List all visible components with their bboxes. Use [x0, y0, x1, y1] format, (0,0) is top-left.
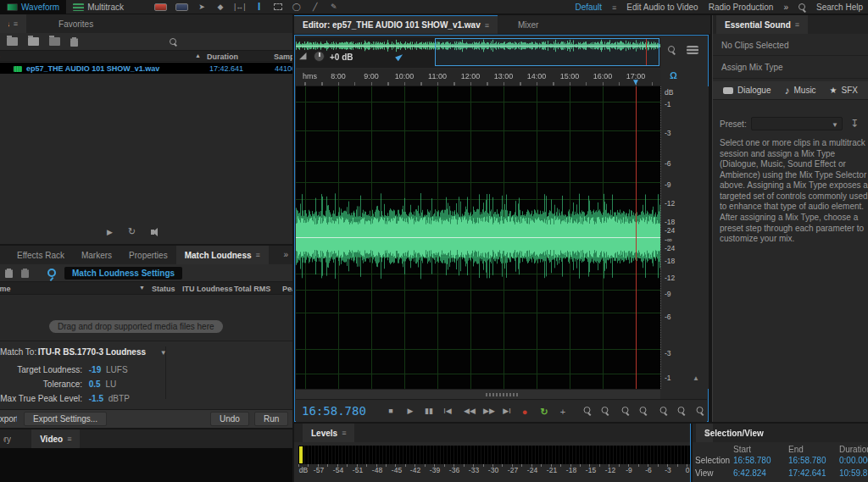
tab-mixer[interactable]: Mixer [509, 15, 547, 34]
workspace-overflow[interactable]: » [783, 3, 788, 12]
preview-speaker-icon[interactable] [151, 230, 154, 235]
paintbrush-selection-tool-icon[interactable]: ╱ [310, 3, 320, 11]
col-duration[interactable]: Duration [207, 53, 238, 61]
tab-markers[interactable]: Markers [73, 246, 120, 264]
target-loudness-value[interactable]: -19 [89, 365, 101, 374]
sort-asc-icon[interactable]: ▲ [195, 53, 201, 58]
selection-view-menu-icon[interactable]: ≡ [704, 429, 709, 437]
waveform-display[interactable] [296, 86, 660, 389]
tab-selection-view[interactable]: Selection/View ≡ [696, 424, 713, 442]
mix-type-sfx[interactable]: ★ SFX [825, 81, 863, 100]
selection-end[interactable]: 16:58.780 [788, 456, 826, 465]
gain-knob[interactable] [314, 51, 325, 62]
preview-play-button[interactable]: ▶ [107, 228, 113, 236]
preview-loop-button[interactable]: ↻ [128, 226, 136, 237]
display-options-icon[interactable] [687, 46, 698, 54]
spot-healing-brush-icon[interactable]: ✎ [329, 3, 339, 11]
levels-panel-menu-icon[interactable]: ≡ [342, 429, 346, 437]
timeline-ruler[interactable]: hms 8:00 9:00 10:00 11:00 12:00 13:00 14… [296, 69, 660, 86]
preset-dropdown[interactable]: ▼ [751, 117, 843, 130]
mix-type-dialogue[interactable]: Dialogue [718, 81, 776, 100]
time-selection-tool-icon[interactable]: I [254, 1, 264, 13]
editor-panel-menu-icon[interactable]: ≡ [485, 21, 489, 30]
workspace-selector[interactable]: Default [575, 3, 602, 12]
skip-to-start-button[interactable]: Ι◀ [443, 407, 451, 415]
tab-levels[interactable]: Levels ≡ [303, 424, 354, 442]
zoom-reset-button[interactable] [660, 407, 668, 416]
tab-video[interactable]: Video ≡ [31, 429, 80, 448]
match-loudness-settings-button[interactable]: Match Loudness Settings [64, 267, 182, 280]
pause-button[interactable]: ▮▮ [425, 407, 433, 415]
tab-effects-rack[interactable]: Effects Rack [8, 246, 73, 264]
workspace-item-edit-audio-to-video[interactable]: Edit Audio to Video [626, 3, 698, 12]
record-button[interactable]: ● [522, 407, 528, 417]
match-to-dropdown[interactable]: ITU-R BS.1770-3 Loudness ▼ [38, 347, 167, 357]
tab-files[interactable]: Files ≡ [0, 14, 26, 33]
search-help-field[interactable]: Search Help [816, 3, 863, 12]
mix-type-music[interactable]: ♪ Music [779, 81, 821, 100]
move-playhead-button[interactable]: + [560, 407, 565, 417]
view-duration[interactable]: 10:59.816 [839, 468, 868, 478]
workspace-menu-icon[interactable]: ≡ [612, 3, 616, 12]
match-col-peak[interactable]: Peak [282, 285, 292, 293]
export-checkbox-label[interactable]: Export [0, 414, 17, 424]
razor-tool-icon[interactable]: ◆ [215, 3, 225, 11]
playhead-line[interactable] [636, 86, 637, 389]
fade-icon[interactable]: ◢ [299, 50, 306, 61]
view-start[interactable]: 6:42.824 [733, 468, 766, 478]
remove-all-files-icon[interactable] [21, 269, 29, 278]
fast-forward-button[interactable]: ▶▶ [483, 407, 495, 415]
zoom-in-selection-button[interactable] [622, 407, 630, 416]
file-row[interactable]: ep57_THE AUDIO 101 SHOW_v1.wav 17:42.641… [0, 63, 292, 74]
tab-properties[interactable]: Properties [120, 246, 176, 264]
selection-start[interactable]: 16:58.780 [733, 456, 771, 465]
export-settings-button[interactable]: Export Settings... [24, 412, 107, 426]
horizontal-scrollbar[interactable] [296, 389, 660, 399]
tab-editor[interactable]: Editor: ep57_THE AUDIO 101 SHOW_v1.wav ≡ [294, 15, 498, 34]
save-preset-icon[interactable]: ↧ [850, 118, 859, 130]
visible-range-box[interactable] [435, 38, 659, 66]
spectral-pitch-icon[interactable] [175, 3, 188, 11]
tolerance-value[interactable]: 0.5 [89, 380, 101, 389]
selection-duration[interactable]: 0:00.000 [839, 456, 868, 465]
tabs-overflow-icon[interactable]: » [283, 250, 288, 259]
zoom-navigator-icon[interactable] [668, 46, 676, 53]
match-loudness-scan-icon[interactable] [47, 269, 56, 277]
skip-to-end-button[interactable]: ▶Ι [503, 407, 510, 415]
snap-magnet-icon[interactable]: Ω [670, 70, 677, 80]
move-tool-icon[interactable]: ➤ [197, 3, 207, 11]
zoom-in-point-button[interactable] [584, 407, 592, 416]
zoom-in-amplitude-button[interactable] [678, 407, 686, 416]
loop-playback-button[interactable]: ↻ [540, 407, 548, 418]
import-files-icon[interactable] [7, 37, 18, 46]
play-button[interactable]: ▶ [408, 407, 414, 415]
tab-favorites[interactable]: Favorites [50, 14, 102, 33]
match-panel-menu-icon[interactable]: ≡ [256, 251, 260, 259]
time-display[interactable]: 16:58.780 [302, 404, 366, 418]
spectral-display-icon[interactable] [154, 3, 167, 11]
gain-value[interactable]: +0 dB [330, 53, 353, 62]
max-true-peak-value[interactable]: -1.5 [89, 394, 103, 403]
match-col-name[interactable]: Name [0, 285, 11, 293]
remove-file-icon[interactable] [5, 269, 13, 278]
slip-tool-icon[interactable]: |↔| [234, 3, 246, 11]
pin-icon[interactable] [395, 53, 404, 61]
video-panel-menu-icon[interactable]: ≡ [67, 435, 71, 443]
marquee-selection-tool-icon[interactable] [273, 3, 283, 10]
waveform-view-button[interactable]: Waveform [0, 0, 66, 14]
files-panel-menu-icon[interactable]: ≡ [14, 19, 18, 28]
new-file-icon[interactable] [28, 37, 39, 46]
open-file-icon[interactable] [49, 37, 60, 46]
zoom-out-full-button[interactable] [640, 407, 648, 416]
playhead-marker[interactable]: ▼ [632, 77, 640, 86]
essential-sound-menu-icon[interactable]: ≡ [795, 20, 799, 29]
view-end[interactable]: 17:42.641 [788, 468, 826, 478]
undo-button[interactable]: Undo [210, 412, 249, 426]
col-sample-rate[interactable]: Sample Rate [274, 53, 292, 61]
scrollbar-grip[interactable] [486, 393, 520, 396]
amplitude-zoom-up-icon[interactable]: ▲ [693, 374, 699, 382]
run-button[interactable]: Run [254, 412, 288, 426]
zoom-out-amplitude-button[interactable] [697, 407, 704, 416]
zoom-out-point-button[interactable] [602, 407, 609, 416]
match-col-itu[interactable]: ITU Loudness [182, 285, 233, 293]
